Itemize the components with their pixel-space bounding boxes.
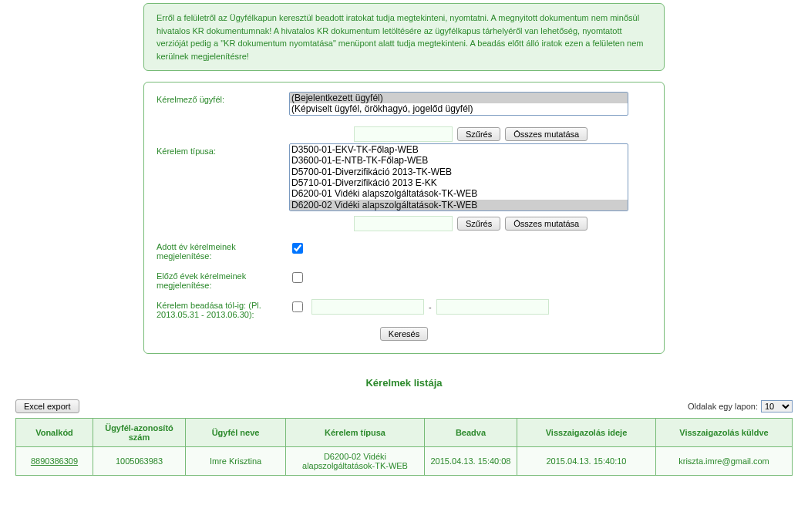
type-filter-input[interactable] (354, 216, 453, 231)
pager-label: Oldalak egy lapon: (688, 402, 758, 411)
pagesize-select[interactable]: 102550100 (761, 400, 793, 412)
date-dash: - (429, 302, 432, 311)
cell-confirmsent: kriszta.imre@gmail.com (656, 447, 793, 476)
list-title: Kérelmek listája (0, 377, 808, 389)
label-type: Kérelem típusa: (157, 143, 289, 156)
client-filter-button[interactable]: Szűrés (457, 127, 500, 141)
col-clientname[interactable]: Ügyfél neve (186, 419, 286, 447)
col-reqtype[interactable]: Kérelem típusa (286, 419, 425, 447)
client-showall-button[interactable]: Összes mutatása (505, 127, 587, 141)
cell-confirmtime: 2015.04.13. 15:40:10 (517, 447, 656, 476)
cell-clientid: 1005063983 (93, 447, 186, 476)
label-daterange: Kérelem beadása tól-ig: (Pl. 2013.05.31 … (157, 298, 289, 319)
label-client: Kérelmező ügyfél: (157, 92, 289, 104)
excel-export-button[interactable]: Excel export (15, 399, 79, 413)
date-to-input[interactable] (436, 299, 549, 315)
date-from-input[interactable] (311, 299, 424, 315)
label-prevyears: Előző évek kérelmeinek megjelenítése: (157, 268, 289, 290)
type-showall-button[interactable]: Összes mutatása (505, 217, 587, 231)
col-confirmtime[interactable]: Visszaigazolás ideje (517, 419, 656, 447)
cell-clientname: Imre Krisztina (186, 447, 286, 476)
label-thisyear: Adott év kérelmeinek megjelenítése: (157, 239, 289, 261)
search-form: Kérelmező ügyfél: (Bejelentkezett ügyfél… (143, 82, 665, 354)
results-table: Vonalkód Ügyfél-azonosító szám Ügyfél ne… (15, 418, 793, 476)
daterange-checkbox[interactable] (292, 301, 303, 312)
col-clientid[interactable]: Ügyfél-azonosító szám (93, 419, 186, 447)
col-submitted[interactable]: Beadva (425, 419, 517, 447)
prevyears-checkbox[interactable] (292, 272, 303, 283)
type-filter-button[interactable]: Szűrés (457, 217, 500, 231)
cell-submitted: 2015.04.13. 15:40:08 (425, 447, 517, 476)
table-row: 8890386309 1005063983 Imre Krisztina D62… (16, 447, 793, 476)
type-select[interactable]: D3500-01-EKV-TK-Főlap-WEBD3600-01-E-NTB-… (289, 143, 628, 211)
client-filter-input[interactable] (354, 126, 453, 142)
cell-barcode[interactable]: 8890386309 (16, 447, 93, 476)
cell-reqtype: D6200-02 Vidéki alapszolgáltatások-TK-WE… (286, 447, 425, 476)
thisyear-checkbox[interactable] (292, 243, 303, 254)
table-header-row: Vonalkód Ügyfél-azonosító szám Ügyfél ne… (16, 419, 793, 447)
search-button[interactable]: Keresés (380, 327, 428, 341)
info-banner: Erről a felületről az Ügyfélkapun keresz… (143, 3, 665, 71)
col-barcode[interactable]: Vonalkód (16, 419, 93, 447)
client-select[interactable]: (Bejelentkezett ügyfél)(Képviselt ügyfél… (289, 92, 628, 116)
col-confirmsent[interactable]: Visszaigazolás küldve (656, 419, 793, 447)
